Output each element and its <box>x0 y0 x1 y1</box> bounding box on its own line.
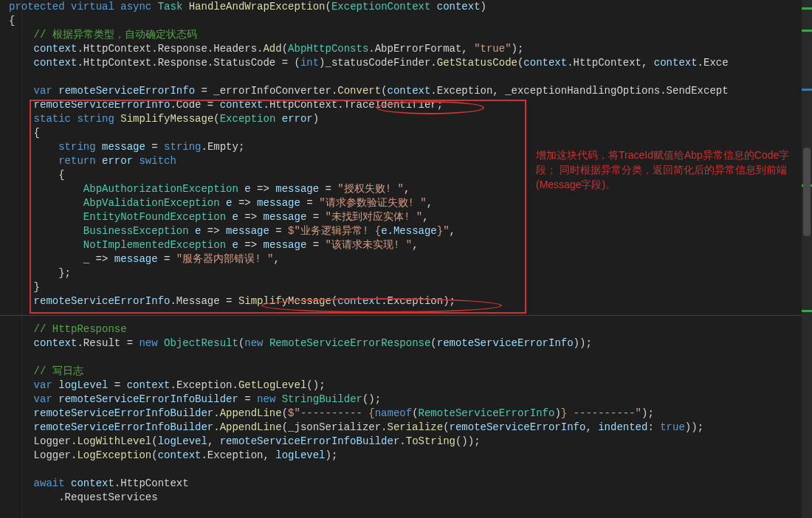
code-token-pl <box>158 337 164 349</box>
code-token-pl <box>9 85 34 97</box>
code-token-pl: => <box>238 239 264 251</box>
code-line[interactable]: }; <box>9 266 802 280</box>
code-line[interactable]: remoteServiceErrorInfoBuilder.AppendLine… <box>9 421 802 435</box>
vertical-scrollbar[interactable] <box>802 0 812 518</box>
code-token-pl <box>189 225 195 237</box>
code-line[interactable]: .RequestServices <box>9 491 802 505</box>
code-line[interactable]: remoteServiceErrorInfo.Code = context.Ht… <box>9 98 802 112</box>
code-line[interactable]: { <box>9 14 802 28</box>
code-token-str: "未找到对应实体! " <box>326 211 423 223</box>
code-line[interactable] <box>9 70 802 84</box>
code-token-kw: var <box>34 393 52 405</box>
code-token-pl <box>430 1 436 13</box>
code-token-param: remoteServiceErrorInfo <box>34 295 171 307</box>
code-token-pl: ( <box>213 113 219 125</box>
code-token-param: message <box>114 253 158 265</box>
code-token-pl <box>9 351 15 363</box>
code-token-pl: .Exception, _exceptionHandlingOptions.Se… <box>430 85 728 97</box>
code-line[interactable] <box>9 463 802 477</box>
code-line[interactable]: await context.HttpContext <box>9 477 802 491</box>
code-token-method: AppendLine <box>220 421 282 433</box>
code-line[interactable]: var remoteServiceErrorInfoBuilder = new … <box>9 393 802 407</box>
code-token-kw: string <box>164 141 201 153</box>
code-line[interactable]: // HttpResponse <box>9 322 802 336</box>
code-token-pl: .Empty; <box>202 141 245 153</box>
code-line[interactable]: _ => message = "服务器内部错误! ", <box>9 252 802 266</box>
code-token-param: context <box>654 57 698 69</box>
code-line[interactable]: remoteServiceErrorInfoBuilder.AppendLine… <box>9 407 802 421</box>
code-token-param: context <box>34 57 78 69</box>
code-token-pl: .Exception. <box>170 379 238 391</box>
code-token-param: context <box>220 99 264 111</box>
code-token-kw: static <box>34 113 71 125</box>
code-token-pl: = <box>306 211 325 223</box>
code-token-pl: , <box>412 239 418 251</box>
code-token-param: error <box>282 113 313 125</box>
code-token-param: message <box>275 183 319 195</box>
code-line[interactable]: EntityNotFoundException e => message = "… <box>9 210 802 224</box>
code-token-pl: }; <box>9 267 71 279</box>
code-token-pl: _ => <box>9 253 114 265</box>
code-token-pl <box>9 29 34 41</box>
code-token-param: message <box>226 225 269 237</box>
code-token-pl: Logger. <box>9 449 77 461</box>
code-token-pl: , <box>207 435 220 447</box>
code-token-pl <box>52 85 58 97</box>
code-line[interactable]: static string SimplifyMessage(Exception … <box>9 112 802 126</box>
code-token-pl: )); <box>574 337 592 349</box>
code-token-param: context <box>71 477 114 489</box>
code-token-pl: ( <box>326 1 331 13</box>
code-token-method: SimplifyMessage <box>238 295 331 307</box>
code-line[interactable] <box>9 350 802 365</box>
scrollbar-change-mark <box>802 310 812 312</box>
code-token-pl: (); <box>306 379 325 391</box>
code-token-pl <box>65 477 71 489</box>
code-token-param: message <box>257 197 300 209</box>
code-token-param: e <box>232 211 238 223</box>
code-token-pl: { <box>9 127 40 139</box>
code-line[interactable]: { <box>9 126 802 140</box>
code-token-param: message <box>263 211 306 223</box>
code-token-pl: )_statusCodeFinder. <box>319 57 437 69</box>
code-token-type: ExceptionContext <box>331 1 430 13</box>
code-token-kw: var <box>34 379 52 391</box>
code-token-method: Serialize <box>388 421 444 433</box>
code-line[interactable]: var logLevel = context.Exception.GetLogL… <box>9 379 802 393</box>
code-token-param: remoteServiceErrorInfo <box>58 85 195 97</box>
code-line[interactable]: // 根据异常类型，自动确定状态码 <box>9 28 802 42</box>
code-token-pl <box>9 463 15 475</box>
code-token-kw: new <box>139 337 157 349</box>
code-token-pl: .Exception, <box>201 449 275 461</box>
code-token-pl <box>9 407 34 419</box>
code-line[interactable]: Logger.LogException(context.Exception, l… <box>9 449 802 463</box>
code-token-pl <box>9 155 58 167</box>
code-token-param: e <box>381 225 387 237</box>
code-token-pl: ) <box>313 113 319 125</box>
code-token-pl: ); <box>641 407 654 419</box>
code-line[interactable]: context.HttpContext.Response.Headers.Add… <box>9 42 802 56</box>
code-token-kw: new <box>257 393 275 405</box>
code-token-type: Exception <box>220 113 276 125</box>
code-token-pl <box>275 113 281 125</box>
code-line[interactable]: NotImplementedException e => message = "… <box>9 238 802 252</box>
code-line[interactable]: AbpValidationException e => message = "请… <box>9 196 802 210</box>
code-token-pl: .HttpContext <box>114 477 189 489</box>
code-token-param: remoteServiceErrorInfoBuilder <box>34 421 214 433</box>
scrollbar-thumb[interactable] <box>803 148 811 236</box>
code-token-pl <box>114 1 120 13</box>
code-line[interactable]: context.HttpContext.Response.StatusCode … <box>9 56 802 70</box>
code-line[interactable]: Logger.LogWithLevel(logLevel, remoteServ… <box>9 435 802 449</box>
code-token-pl: . <box>213 421 219 433</box>
code-token-pl: ( <box>151 449 157 461</box>
code-token-pl: ( <box>151 435 157 447</box>
code-line[interactable]: } <box>9 280 802 294</box>
code-line[interactable]: BusinessException e => message = $"业务逻辑异… <box>9 224 802 238</box>
code-token-pl: = <box>300 197 319 209</box>
code-token-pl <box>9 225 83 237</box>
code-line[interactable]: protected virtual async Task HandleAndWr… <box>9 0 802 14</box>
code-line[interactable]: var remoteServiceErrorInfo = _errorInfoC… <box>9 84 802 98</box>
code-editor[interactable]: protected virtual async Task HandleAndWr… <box>9 0 802 505</box>
code-line[interactable]: // 写日志 <box>9 365 802 379</box>
code-line[interactable]: remoteServiceErrorInfo.Message = Simplif… <box>9 294 802 308</box>
code-line[interactable]: context.Result = new ObjectResult(new Re… <box>9 336 802 350</box>
